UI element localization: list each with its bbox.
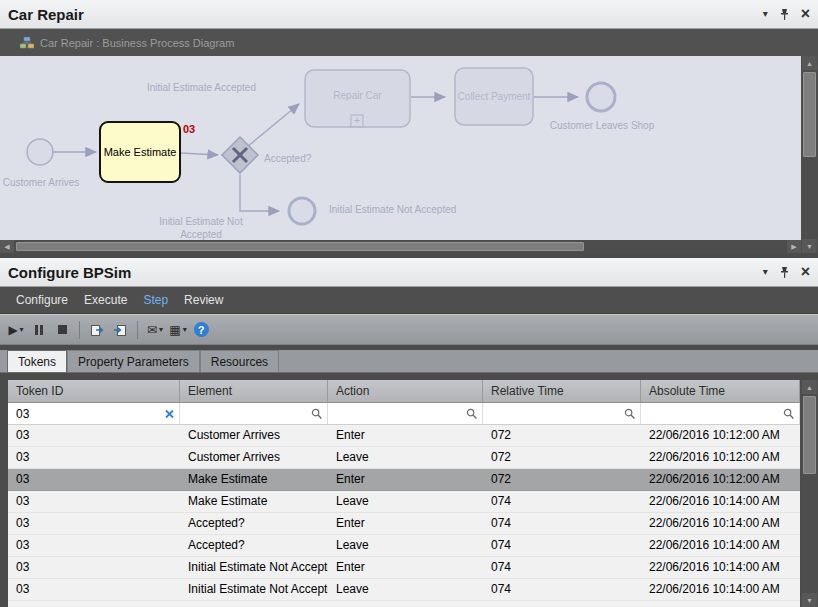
- pause-icon: [35, 325, 43, 335]
- run-options-caret-icon[interactable]: ▾: [20, 326, 24, 334]
- diagram-type-icon: [20, 37, 34, 49]
- cell-token-id: 03: [8, 491, 180, 512]
- token-id-filter-input[interactable]: [8, 403, 157, 424]
- flow-make-estimate-to-gateway[interactable]: [181, 153, 218, 155]
- filter-cell-absolute-time: [641, 403, 800, 424]
- menu-item-configure[interactable]: Configure: [16, 293, 68, 307]
- table-row[interactable]: 03 Initial Estimate Not Accepted Enter 0…: [8, 557, 800, 579]
- tab-property-parameters[interactable]: Property Parameters: [67, 350, 200, 372]
- column-header-absolute-time[interactable]: Absolute Time: [641, 380, 800, 402]
- scroll-left-icon[interactable]: ◀: [0, 240, 14, 253]
- edge-accepted-label: Initial Estimate Accepted: [147, 82, 256, 95]
- cell-relative-time: 074: [483, 557, 641, 578]
- end-event-leave-circle[interactable]: [587, 83, 615, 111]
- column-header-token-id[interactable]: Token ID: [8, 380, 180, 402]
- scroll-down-icon[interactable]: ▼: [802, 239, 817, 253]
- search-icon[interactable]: [466, 408, 478, 420]
- flow-accepted-to-repair-car[interactable]: [247, 104, 299, 147]
- messages-caret-icon[interactable]: ▾: [159, 326, 163, 334]
- task-collect-payment-label[interactable]: Collect Payment: [455, 68, 533, 125]
- flow-not-accepted-to-end[interactable]: [240, 174, 279, 211]
- cell-relative-time: 072: [483, 447, 641, 468]
- step-over-icon: [113, 323, 128, 337]
- step-into-button[interactable]: [88, 320, 106, 340]
- close-icon[interactable]: ×: [801, 6, 810, 22]
- task-make-estimate-label[interactable]: Make Estimate: [100, 122, 180, 182]
- column-header-relative-time[interactable]: Relative Time: [483, 380, 641, 402]
- bpsim-panel-titlebar: Configure BPSim ▾ ×: [0, 258, 818, 287]
- table-row[interactable]: 03 Accepted? Leave 074 22/06/2016 10:14:…: [8, 535, 800, 557]
- panel-menu-caret-icon[interactable]: ▾: [763, 267, 768, 277]
- diagram-vscrollbar[interactable]: ▲ ▼: [801, 56, 818, 253]
- subprocess-plus-icon[interactable]: +: [351, 114, 363, 126]
- menu-item-step[interactable]: Step: [143, 293, 168, 307]
- cell-relative-time: 074: [483, 535, 641, 556]
- scroll-up-icon[interactable]: ▲: [802, 380, 817, 394]
- run-button[interactable]: ▶ ▾: [7, 320, 25, 340]
- table-row[interactable]: 03 Accepted? Enter 074 22/06/2016 10:14:…: [8, 513, 800, 535]
- cell-action: Leave: [328, 535, 483, 556]
- cell-element: Customer Arrives: [180, 425, 328, 446]
- end-event-not-accepted-circle[interactable]: [289, 198, 315, 224]
- menu-item-review[interactable]: Review: [184, 293, 223, 307]
- scroll-up-icon[interactable]: ▲: [802, 56, 817, 70]
- menu-item-execute[interactable]: Execute: [84, 293, 127, 307]
- cell-action: Enter: [328, 557, 483, 578]
- breadcrumb: Car Repair : Business Process Diagram: [0, 29, 818, 56]
- display-options-caret-icon[interactable]: ▾: [183, 326, 187, 334]
- start-event-circle[interactable]: [27, 139, 53, 165]
- pin-icon[interactable]: [779, 266, 790, 279]
- tab-resources[interactable]: Resources: [200, 350, 279, 372]
- table-row[interactable]: 03 Customer Arrives Enter 072 22/06/2016…: [8, 425, 800, 447]
- bpsim-panel-title: Configure BPSim: [8, 264, 131, 281]
- table-row[interactable]: 03 Customer Arrives Leave 072 22/06/2016…: [8, 447, 800, 469]
- end-event-leave-label: Customer Leaves Shop: [546, 120, 658, 133]
- table-row-selected[interactable]: 03 Make Estimate Enter 072 22/06/2016 10…: [8, 469, 800, 491]
- pause-button[interactable]: [30, 320, 48, 340]
- cell-action: Leave: [328, 491, 483, 512]
- cell-absolute-time: 22/06/2016 10:14:00 AM: [641, 491, 800, 512]
- cell-relative-time: 074: [483, 491, 641, 512]
- diagram-hscrollbar[interactable]: ◀ ▶: [0, 240, 801, 253]
- hscroll-thumb[interactable]: [16, 242, 584, 251]
- scroll-down-icon[interactable]: ▼: [802, 593, 817, 607]
- panel-menu-caret-icon[interactable]: ▾: [763, 9, 768, 19]
- configure-bpsim-panel: Configure BPSim ▾ × Configure Execute St…: [0, 258, 818, 607]
- bpmn-diagram-canvas[interactable]: Make Estimate 03 Repair Car + Collect Pa…: [0, 56, 818, 253]
- cell-relative-time: 074: [483, 513, 641, 534]
- toolbar-separator: [79, 321, 80, 339]
- cell-element: Initial Estimate Not Accepted: [180, 579, 328, 600]
- table-vscroll-thumb[interactable]: [803, 396, 816, 474]
- pin-icon[interactable]: [779, 8, 790, 21]
- display-options-button[interactable]: ▦ ▾: [169, 320, 187, 340]
- table-filter-row: [8, 403, 800, 425]
- cell-element: Make Estimate: [180, 469, 328, 490]
- cell-relative-time: 072: [483, 425, 641, 446]
- clear-filter-icon[interactable]: [164, 408, 175, 419]
- table-row[interactable]: 03 Initial Estimate Not Accepted Leave 0…: [8, 579, 800, 601]
- close-icon[interactable]: ×: [801, 264, 810, 280]
- search-icon[interactable]: [624, 408, 636, 420]
- table-row[interactable]: 03 Make Estimate Leave 074 22/06/2016 10…: [8, 491, 800, 513]
- mail-icon: ✉: [147, 324, 157, 336]
- step-over-button[interactable]: [111, 320, 129, 340]
- cell-absolute-time: 22/06/2016 10:14:00 AM: [641, 579, 800, 600]
- help-button[interactable]: ?: [192, 320, 210, 340]
- help-icon: ?: [194, 322, 209, 337]
- diagram-panel-title: Car Repair: [8, 6, 84, 23]
- stop-button[interactable]: [53, 320, 71, 340]
- column-header-element[interactable]: Element: [180, 380, 328, 402]
- cell-action: Enter: [328, 513, 483, 534]
- subprocess-repair-car-label[interactable]: Repair Car: [305, 70, 410, 120]
- diagram-panel-titlebar: Car Repair ▾ ×: [0, 0, 818, 29]
- cell-action: Enter: [328, 425, 483, 446]
- column-header-action[interactable]: Action: [328, 380, 483, 402]
- cell-absolute-time: 22/06/2016 10:14:00 AM: [641, 535, 800, 556]
- table-vscrollbar[interactable]: ▲ ▼: [801, 380, 818, 607]
- search-icon[interactable]: [783, 408, 795, 420]
- tab-tokens[interactable]: Tokens: [7, 350, 67, 372]
- vscroll-thumb[interactable]: [803, 72, 816, 157]
- search-icon[interactable]: [311, 408, 323, 420]
- scroll-right-icon[interactable]: ▶: [787, 240, 801, 253]
- messages-button[interactable]: ✉ ▾: [146, 320, 164, 340]
